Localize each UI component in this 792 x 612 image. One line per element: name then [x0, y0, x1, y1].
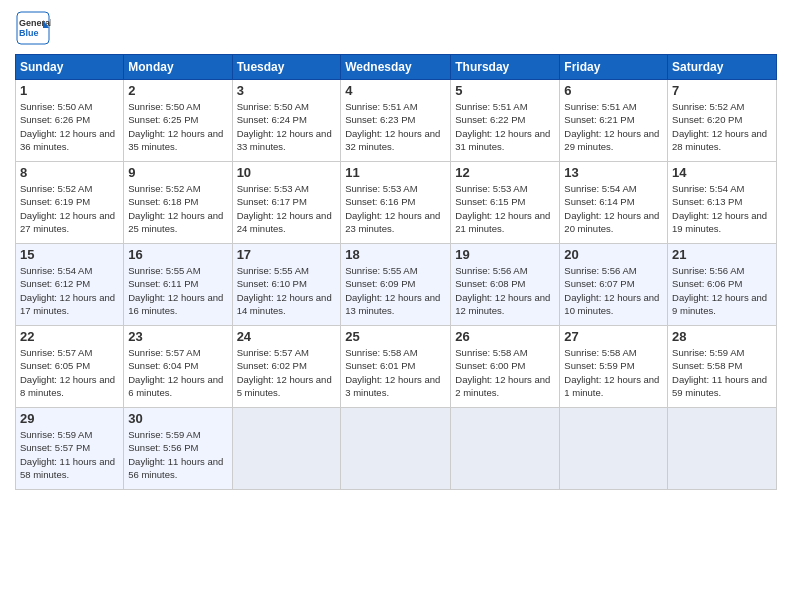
- calendar-cell: 2 Sunrise: 5:50 AMSunset: 6:25 PMDayligh…: [124, 80, 232, 162]
- day-number: 12: [455, 165, 555, 180]
- day-info: Sunrise: 5:55 AMSunset: 6:10 PMDaylight:…: [237, 265, 332, 316]
- day-number: 28: [672, 329, 772, 344]
- calendar-cell: 26 Sunrise: 5:58 AMSunset: 6:00 PMDaylig…: [451, 326, 560, 408]
- calendar-cell: 21 Sunrise: 5:56 AMSunset: 6:06 PMDaylig…: [668, 244, 777, 326]
- calendar-cell: 19 Sunrise: 5:56 AMSunset: 6:08 PMDaylig…: [451, 244, 560, 326]
- day-info: Sunrise: 5:58 AMSunset: 6:00 PMDaylight:…: [455, 347, 550, 398]
- calendar-cell: 4 Sunrise: 5:51 AMSunset: 6:23 PMDayligh…: [341, 80, 451, 162]
- day-number: 3: [237, 83, 337, 98]
- calendar-cell: 9 Sunrise: 5:52 AMSunset: 6:18 PMDayligh…: [124, 162, 232, 244]
- calendar-cell: 30 Sunrise: 5:59 AMSunset: 5:56 PMDaylig…: [124, 408, 232, 490]
- calendar-cell: 24 Sunrise: 5:57 AMSunset: 6:02 PMDaylig…: [232, 326, 341, 408]
- calendar-cell: 25 Sunrise: 5:58 AMSunset: 6:01 PMDaylig…: [341, 326, 451, 408]
- calendar-cell: 18 Sunrise: 5:55 AMSunset: 6:09 PMDaylig…: [341, 244, 451, 326]
- day-info: Sunrise: 5:55 AMSunset: 6:11 PMDaylight:…: [128, 265, 223, 316]
- day-number: 10: [237, 165, 337, 180]
- day-info: Sunrise: 5:59 AMSunset: 5:58 PMDaylight:…: [672, 347, 767, 398]
- day-number: 17: [237, 247, 337, 262]
- day-info: Sunrise: 5:52 AMSunset: 6:19 PMDaylight:…: [20, 183, 115, 234]
- calendar-cell: 5 Sunrise: 5:51 AMSunset: 6:22 PMDayligh…: [451, 80, 560, 162]
- calendar-cell: 10 Sunrise: 5:53 AMSunset: 6:17 PMDaylig…: [232, 162, 341, 244]
- day-number: 30: [128, 411, 227, 426]
- day-info: Sunrise: 5:53 AMSunset: 6:17 PMDaylight:…: [237, 183, 332, 234]
- day-number: 15: [20, 247, 119, 262]
- logo: General Blue: [15, 10, 55, 48]
- calendar-cell: 14 Sunrise: 5:54 AMSunset: 6:13 PMDaylig…: [668, 162, 777, 244]
- day-header: Saturday: [668, 55, 777, 80]
- day-number: 9: [128, 165, 227, 180]
- day-number: 11: [345, 165, 446, 180]
- day-info: Sunrise: 5:52 AMSunset: 6:20 PMDaylight:…: [672, 101, 767, 152]
- day-number: 19: [455, 247, 555, 262]
- day-header: Wednesday: [341, 55, 451, 80]
- calendar: SundayMondayTuesdayWednesdayThursdayFrid…: [15, 54, 777, 490]
- day-number: 4: [345, 83, 446, 98]
- calendar-cell: 12 Sunrise: 5:53 AMSunset: 6:15 PMDaylig…: [451, 162, 560, 244]
- day-info: Sunrise: 5:56 AMSunset: 6:06 PMDaylight:…: [672, 265, 767, 316]
- calendar-cell: 8 Sunrise: 5:52 AMSunset: 6:19 PMDayligh…: [16, 162, 124, 244]
- day-info: Sunrise: 5:57 AMSunset: 6:02 PMDaylight:…: [237, 347, 332, 398]
- day-info: Sunrise: 5:57 AMSunset: 6:05 PMDaylight:…: [20, 347, 115, 398]
- day-number: 24: [237, 329, 337, 344]
- svg-text:Blue: Blue: [19, 28, 39, 38]
- calendar-cell: 16 Sunrise: 5:55 AMSunset: 6:11 PMDaylig…: [124, 244, 232, 326]
- day-number: 2: [128, 83, 227, 98]
- day-info: Sunrise: 5:54 AMSunset: 6:12 PMDaylight:…: [20, 265, 115, 316]
- calendar-cell: 20 Sunrise: 5:56 AMSunset: 6:07 PMDaylig…: [560, 244, 668, 326]
- day-info: Sunrise: 5:54 AMSunset: 6:14 PMDaylight:…: [564, 183, 659, 234]
- day-number: 5: [455, 83, 555, 98]
- calendar-cell: 27 Sunrise: 5:58 AMSunset: 5:59 PMDaylig…: [560, 326, 668, 408]
- day-number: 7: [672, 83, 772, 98]
- day-number: 27: [564, 329, 663, 344]
- day-info: Sunrise: 5:51 AMSunset: 6:23 PMDaylight:…: [345, 101, 440, 152]
- calendar-cell: 28 Sunrise: 5:59 AMSunset: 5:58 PMDaylig…: [668, 326, 777, 408]
- day-info: Sunrise: 5:53 AMSunset: 6:15 PMDaylight:…: [455, 183, 550, 234]
- calendar-cell: 17 Sunrise: 5:55 AMSunset: 6:10 PMDaylig…: [232, 244, 341, 326]
- day-info: Sunrise: 5:56 AMSunset: 6:07 PMDaylight:…: [564, 265, 659, 316]
- calendar-cell: 22 Sunrise: 5:57 AMSunset: 6:05 PMDaylig…: [16, 326, 124, 408]
- calendar-cell: 29 Sunrise: 5:59 AMSunset: 5:57 PMDaylig…: [16, 408, 124, 490]
- day-number: 26: [455, 329, 555, 344]
- day-info: Sunrise: 5:58 AMSunset: 6:01 PMDaylight:…: [345, 347, 440, 398]
- day-number: 22: [20, 329, 119, 344]
- day-number: 13: [564, 165, 663, 180]
- day-info: Sunrise: 5:59 AMSunset: 5:56 PMDaylight:…: [128, 429, 223, 480]
- day-header: Monday: [124, 55, 232, 80]
- day-number: 23: [128, 329, 227, 344]
- day-info: Sunrise: 5:55 AMSunset: 6:09 PMDaylight:…: [345, 265, 440, 316]
- day-info: Sunrise: 5:50 AMSunset: 6:25 PMDaylight:…: [128, 101, 223, 152]
- day-info: Sunrise: 5:59 AMSunset: 5:57 PMDaylight:…: [20, 429, 115, 480]
- calendar-cell: 23 Sunrise: 5:57 AMSunset: 6:04 PMDaylig…: [124, 326, 232, 408]
- day-header: Friday: [560, 55, 668, 80]
- day-info: Sunrise: 5:53 AMSunset: 6:16 PMDaylight:…: [345, 183, 440, 234]
- day-info: Sunrise: 5:54 AMSunset: 6:13 PMDaylight:…: [672, 183, 767, 234]
- day-info: Sunrise: 5:50 AMSunset: 6:26 PMDaylight:…: [20, 101, 115, 152]
- day-number: 29: [20, 411, 119, 426]
- calendar-cell: [232, 408, 341, 490]
- calendar-cell: 15 Sunrise: 5:54 AMSunset: 6:12 PMDaylig…: [16, 244, 124, 326]
- day-number: 21: [672, 247, 772, 262]
- day-header: Thursday: [451, 55, 560, 80]
- calendar-cell: [451, 408, 560, 490]
- calendar-cell: [668, 408, 777, 490]
- day-info: Sunrise: 5:52 AMSunset: 6:18 PMDaylight:…: [128, 183, 223, 234]
- day-header: Sunday: [16, 55, 124, 80]
- calendar-cell: [560, 408, 668, 490]
- day-number: 18: [345, 247, 446, 262]
- day-number: 14: [672, 165, 772, 180]
- day-info: Sunrise: 5:56 AMSunset: 6:08 PMDaylight:…: [455, 265, 550, 316]
- day-number: 20: [564, 247, 663, 262]
- day-info: Sunrise: 5:51 AMSunset: 6:21 PMDaylight:…: [564, 101, 659, 152]
- day-info: Sunrise: 5:51 AMSunset: 6:22 PMDaylight:…: [455, 101, 550, 152]
- calendar-cell: 7 Sunrise: 5:52 AMSunset: 6:20 PMDayligh…: [668, 80, 777, 162]
- day-number: 6: [564, 83, 663, 98]
- day-info: Sunrise: 5:50 AMSunset: 6:24 PMDaylight:…: [237, 101, 332, 152]
- calendar-cell: 11 Sunrise: 5:53 AMSunset: 6:16 PMDaylig…: [341, 162, 451, 244]
- calendar-cell: 3 Sunrise: 5:50 AMSunset: 6:24 PMDayligh…: [232, 80, 341, 162]
- day-info: Sunrise: 5:57 AMSunset: 6:04 PMDaylight:…: [128, 347, 223, 398]
- day-header: Tuesday: [232, 55, 341, 80]
- day-number: 8: [20, 165, 119, 180]
- day-number: 25: [345, 329, 446, 344]
- calendar-cell: 6 Sunrise: 5:51 AMSunset: 6:21 PMDayligh…: [560, 80, 668, 162]
- calendar-cell: [341, 408, 451, 490]
